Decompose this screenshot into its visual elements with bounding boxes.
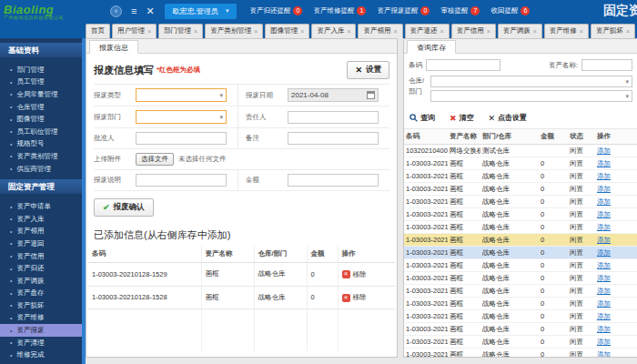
scrap-date-field[interactable]: 2021-04-08: [288, 88, 379, 102]
warehouse-select[interactable]: ▾: [430, 76, 632, 87]
add-link[interactable]: 添加: [597, 223, 611, 231]
tab[interactable]: 资产类别管理 ×: [205, 24, 263, 38]
sidebar-item[interactable]: • 资产入库: [0, 213, 82, 226]
tab[interactable]: 资产入库 ×: [311, 24, 356, 38]
sidebar-item[interactable]: • 资产申请单: [0, 200, 82, 213]
scrap-confirm-button[interactable]: ✔ 报废确认: [94, 198, 154, 217]
sidebar-item[interactable]: • 资产归还: [0, 262, 82, 275]
tab-close-icon[interactable]: ×: [393, 28, 397, 35]
scrap-dept-select[interactable]: ▾: [136, 110, 227, 124]
barcode-input[interactable]: [426, 59, 500, 71]
tab-close-icon[interactable]: ×: [580, 28, 583, 35]
inventory-row: 1-03003-2021012 画框 战略仓库 0 闲置 添加: [404, 336, 637, 349]
tab-close-icon[interactable]: ×: [533, 28, 537, 35]
settings-button[interactable]: ✕ 设置: [347, 61, 389, 79]
sidebar-item[interactable]: • 供应商管理: [0, 163, 82, 176]
tab-close-icon[interactable]: ×: [347, 28, 350, 35]
tab[interactable]: 资产维修 ×: [544, 24, 589, 38]
add-link[interactable]: 添加: [597, 325, 611, 333]
tab[interactable]: 资产损坏 ×: [591, 24, 635, 38]
tab-close-icon[interactable]: ×: [626, 28, 630, 35]
sidebar-section-basic-data[interactable]: 基础资料: [0, 43, 82, 57]
add-link[interactable]: 添加: [597, 248, 611, 257]
approver-input[interactable]: [136, 132, 227, 145]
scrap-type-select[interactable]: ▾: [136, 88, 227, 102]
sidebar-item[interactable]: • 资产损坏: [0, 299, 82, 312]
add-link[interactable]: 添加: [597, 147, 611, 155]
add-link[interactable]: 添加: [597, 299, 611, 308]
tab[interactable]: 部门管理 ×: [158, 24, 203, 38]
chevron-down-icon: ▾: [219, 114, 226, 121]
tab[interactable]: 用户管理 ×: [112, 24, 157, 38]
tab-close-icon[interactable]: ×: [254, 28, 258, 35]
add-link[interactable]: 添加: [597, 197, 611, 206]
remark-input[interactable]: [288, 132, 379, 145]
scrap-info-tab[interactable]: 报废信息: [89, 40, 138, 54]
add-link[interactable]: 添加: [597, 172, 611, 180]
sidebar-section-fixed-assets[interactable]: 固定资产管理: [0, 179, 82, 194]
collapse-icon[interactable]: ‹: [110, 5, 122, 17]
remove-button[interactable]: ✕ 移除: [342, 270, 367, 279]
notification-link[interactable]: 资产报废提醒 0: [377, 6, 430, 15]
choose-file-button[interactable]: 选择文件: [136, 153, 174, 166]
notification-link[interactable]: 审核提醒 7: [440, 6, 480, 15]
tab[interactable]: 资产领用 ×: [358, 24, 402, 38]
tab[interactable]: 资产退还 ×: [405, 24, 450, 38]
dept-select[interactable]: ▾: [430, 90, 632, 102]
amount-input[interactable]: [288, 174, 379, 187]
add-link[interactable]: 添加: [597, 261, 611, 269]
notification-link[interactable]: 收回提醒 6: [490, 6, 530, 15]
cell-warehouse: 战略仓库: [480, 285, 539, 298]
clear-button[interactable]: ✖ 清空: [450, 113, 474, 123]
sidebar-item[interactable]: • 资产盘存: [0, 288, 82, 300]
query-button[interactable]: 查询: [410, 113, 435, 123]
tab[interactable]: 图像管理 ×: [265, 24, 309, 38]
close-icon[interactable]: ✕: [146, 5, 154, 17]
tab-close-icon[interactable]: ×: [487, 28, 490, 35]
tab[interactable]: 首页: [86, 24, 110, 38]
sidebar-item[interactable]: • 资产调拨: [0, 275, 82, 288]
sidebar-item[interactable]: • 资产退回: [0, 238, 82, 250]
tab-close-icon[interactable]: ×: [300, 28, 304, 35]
tab-close-icon[interactable]: ×: [440, 28, 444, 35]
tab[interactable]: 资产调拨 ×: [498, 24, 542, 38]
sidebar-item[interactable]: • 仓库管理: [0, 101, 82, 114]
hamburger-icon[interactable]: ≡: [131, 5, 136, 16]
sidebar-item[interactable]: • 资产领用: [0, 226, 82, 238]
add-link[interactable]: 添加: [597, 236, 611, 244]
sidebar-item[interactable]: • 资产维修: [0, 312, 82, 325]
notification-link[interactable]: 资产维修提醒 1: [313, 6, 366, 15]
tab-close-icon[interactable]: ×: [194, 28, 197, 35]
asset-name-input[interactable]: [581, 59, 632, 71]
calendar-icon[interactable]: [367, 91, 375, 99]
sidebar-item[interactable]: • 图像管理: [0, 113, 82, 126]
add-link[interactable]: 添加: [597, 312, 611, 320]
add-link[interactable]: 添加: [597, 274, 611, 282]
sidebar-item[interactable]: • 规格型号: [0, 138, 82, 151]
sidebar-item[interactable]: • 员工职位管理: [0, 126, 82, 138]
add-link[interactable]: 添加: [597, 338, 611, 346]
add-link[interactable]: 添加: [597, 210, 611, 218]
remove-button[interactable]: ✕ 移除: [342, 293, 367, 302]
sidebar-item[interactable]: • 维修完成: [0, 349, 82, 361]
sidebar-item[interactable]: • 资产报废: [0, 324, 82, 337]
add-link[interactable]: 添加: [597, 287, 611, 295]
tab[interactable]: 资产借用 ×: [451, 24, 496, 38]
sidebar-item[interactable]: • 员工管理: [0, 76, 82, 89]
scrap-desc-input[interactable]: [136, 174, 227, 187]
sidebar-item[interactable]: • 资产类别管理: [0, 150, 82, 163]
notification-link[interactable]: 资产归还提醒 0: [249, 6, 302, 15]
sidebar-item[interactable]: • 资产清理: [0, 337, 82, 349]
sidebar-item[interactable]: • 资产借用: [0, 250, 82, 263]
add-link[interactable]: 添加: [597, 185, 611, 193]
sidebar-item[interactable]: • 全局常量管理: [0, 88, 82, 101]
add-link[interactable]: 添加: [597, 159, 611, 167]
cell-status: 闲置: [568, 272, 595, 285]
tab-close-icon[interactable]: ×: [147, 28, 151, 35]
user-menu-button[interactable]: 欧宏忠,管理员 ▾: [165, 4, 238, 19]
inventory-query-tab[interactable]: 查询库存: [407, 40, 456, 54]
add-link[interactable]: 添加: [597, 350, 611, 359]
sidebar-item[interactable]: • 部门管理: [0, 64, 82, 76]
responsible-input[interactable]: [288, 111, 379, 124]
click-settings-button[interactable]: ✕ 点击设置: [489, 113, 528, 123]
